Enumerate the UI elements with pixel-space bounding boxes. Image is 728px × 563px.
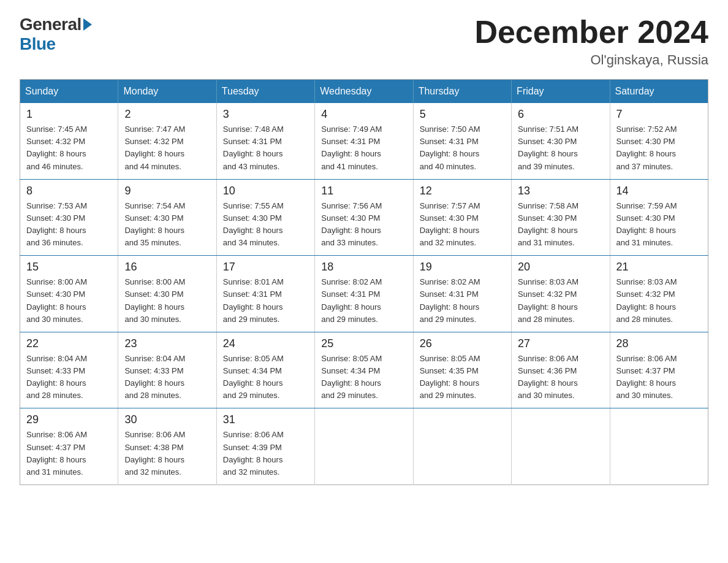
day-info: Sunrise: 8:03 AMSunset: 4:32 PMDaylight:… bbox=[518, 276, 603, 326]
weekday-header-row: Sunday Monday Tuesday Wednesday Thursday… bbox=[20, 80, 708, 104]
table-row: 1Sunrise: 7:45 AMSunset: 4:32 PMDaylight… bbox=[20, 103, 118, 179]
table-row: 9Sunrise: 7:54 AMSunset: 4:30 PMDaylight… bbox=[118, 179, 216, 256]
day-info: Sunrise: 8:06 AMSunset: 4:38 PMDaylight:… bbox=[124, 429, 210, 478]
table-row bbox=[315, 408, 413, 485]
header-wednesday: Wednesday bbox=[315, 80, 413, 104]
table-row: 17Sunrise: 8:01 AMSunset: 4:31 PMDayligh… bbox=[216, 256, 314, 332]
table-row: 13Sunrise: 7:58 AMSunset: 4:30 PMDayligh… bbox=[512, 179, 610, 256]
day-number: 14 bbox=[616, 185, 702, 197]
table-row: 27Sunrise: 8:06 AMSunset: 4:36 PMDayligh… bbox=[512, 332, 610, 408]
day-info: Sunrise: 7:47 AMSunset: 4:32 PMDaylight:… bbox=[124, 123, 210, 173]
day-number: 17 bbox=[223, 261, 308, 274]
calendar-week-row: 15Sunrise: 8:00 AMSunset: 4:30 PMDayligh… bbox=[20, 256, 708, 332]
table-row: 30Sunrise: 8:06 AMSunset: 4:38 PMDayligh… bbox=[118, 408, 216, 485]
day-info: Sunrise: 7:55 AMSunset: 4:30 PMDaylight:… bbox=[223, 200, 308, 250]
day-number: 22 bbox=[26, 337, 112, 350]
day-number: 9 bbox=[124, 185, 210, 197]
day-number: 28 bbox=[616, 337, 702, 350]
calendar-week-row: 29Sunrise: 8:06 AMSunset: 4:37 PMDayligh… bbox=[20, 408, 708, 485]
day-number: 29 bbox=[26, 413, 112, 426]
day-info: Sunrise: 7:51 AMSunset: 4:30 PMDaylight:… bbox=[518, 123, 603, 173]
day-info: Sunrise: 8:04 AMSunset: 4:33 PMDaylight:… bbox=[26, 353, 112, 402]
table-row: 15Sunrise: 8:00 AMSunset: 4:30 PMDayligh… bbox=[20, 256, 118, 332]
table-row: 22Sunrise: 8:04 AMSunset: 4:33 PMDayligh… bbox=[20, 332, 118, 408]
logo-blue-text: Blue bbox=[20, 34, 56, 54]
table-row: 19Sunrise: 8:02 AMSunset: 4:31 PMDayligh… bbox=[413, 256, 511, 332]
day-number: 15 bbox=[26, 261, 112, 274]
day-info: Sunrise: 8:06 AMSunset: 4:39 PMDaylight:… bbox=[223, 429, 308, 478]
table-row: 4Sunrise: 7:49 AMSunset: 4:31 PMDaylight… bbox=[315, 103, 413, 179]
calendar-week-row: 1Sunrise: 7:45 AMSunset: 4:32 PMDaylight… bbox=[20, 103, 708, 179]
day-number: 30 bbox=[124, 413, 210, 426]
table-row bbox=[512, 408, 610, 485]
day-number: 21 bbox=[616, 261, 702, 274]
month-year-title: December 2024 bbox=[474, 15, 708, 50]
day-info: Sunrise: 8:01 AMSunset: 4:31 PMDaylight:… bbox=[223, 276, 308, 326]
title-section: December 2024 Ol'ginskaya, Russia bbox=[474, 15, 708, 68]
page-header: General Blue December 2024 Ol'ginskaya, … bbox=[20, 15, 708, 68]
day-info: Sunrise: 7:53 AMSunset: 4:30 PMDaylight:… bbox=[26, 200, 112, 250]
day-number: 27 bbox=[518, 337, 603, 350]
day-info: Sunrise: 8:05 AMSunset: 4:35 PMDaylight:… bbox=[420, 353, 505, 402]
day-info: Sunrise: 7:50 AMSunset: 4:31 PMDaylight:… bbox=[420, 123, 505, 173]
table-row: 21Sunrise: 8:03 AMSunset: 4:32 PMDayligh… bbox=[610, 256, 708, 332]
day-info: Sunrise: 7:56 AMSunset: 4:30 PMDaylight:… bbox=[321, 200, 406, 250]
day-number: 31 bbox=[223, 413, 308, 426]
table-row: 5Sunrise: 7:50 AMSunset: 4:31 PMDaylight… bbox=[413, 103, 511, 179]
day-info: Sunrise: 7:48 AMSunset: 4:31 PMDaylight:… bbox=[223, 123, 308, 173]
logo-general: General bbox=[20, 15, 92, 34]
header-tuesday: Tuesday bbox=[216, 80, 314, 104]
table-row: 24Sunrise: 8:05 AMSunset: 4:34 PMDayligh… bbox=[216, 332, 314, 408]
table-row bbox=[413, 408, 511, 485]
table-row: 12Sunrise: 7:57 AMSunset: 4:30 PMDayligh… bbox=[413, 179, 511, 256]
logo-general-text: General bbox=[20, 15, 82, 34]
day-number: 7 bbox=[616, 108, 702, 121]
table-row: 18Sunrise: 8:02 AMSunset: 4:31 PMDayligh… bbox=[315, 256, 413, 332]
table-row: 10Sunrise: 7:55 AMSunset: 4:30 PMDayligh… bbox=[216, 179, 314, 256]
table-row bbox=[610, 408, 708, 485]
table-row: 2Sunrise: 7:47 AMSunset: 4:32 PMDaylight… bbox=[118, 103, 216, 179]
day-number: 3 bbox=[223, 108, 308, 121]
day-number: 4 bbox=[321, 108, 406, 121]
day-info: Sunrise: 7:45 AMSunset: 4:32 PMDaylight:… bbox=[26, 123, 112, 173]
table-row: 28Sunrise: 8:06 AMSunset: 4:37 PMDayligh… bbox=[610, 332, 708, 408]
day-number: 20 bbox=[518, 261, 603, 274]
location-subtitle: Ol'ginskaya, Russia bbox=[474, 52, 708, 68]
day-number: 10 bbox=[223, 185, 308, 197]
day-info: Sunrise: 7:58 AMSunset: 4:30 PMDaylight:… bbox=[518, 200, 603, 250]
day-info: Sunrise: 8:06 AMSunset: 4:36 PMDaylight:… bbox=[518, 353, 603, 402]
table-row: 11Sunrise: 7:56 AMSunset: 4:30 PMDayligh… bbox=[315, 179, 413, 256]
day-info: Sunrise: 8:06 AMSunset: 4:37 PMDaylight:… bbox=[26, 429, 112, 478]
day-number: 24 bbox=[223, 337, 308, 350]
day-info: Sunrise: 8:00 AMSunset: 4:30 PMDaylight:… bbox=[26, 276, 112, 326]
header-saturday: Saturday bbox=[610, 80, 708, 104]
table-row: 8Sunrise: 7:53 AMSunset: 4:30 PMDaylight… bbox=[20, 179, 118, 256]
day-number: 2 bbox=[124, 108, 210, 121]
table-row: 31Sunrise: 8:06 AMSunset: 4:39 PMDayligh… bbox=[216, 408, 314, 485]
day-number: 5 bbox=[420, 108, 505, 121]
table-row: 23Sunrise: 8:04 AMSunset: 4:33 PMDayligh… bbox=[118, 332, 216, 408]
day-info: Sunrise: 8:02 AMSunset: 4:31 PMDaylight:… bbox=[321, 276, 406, 326]
day-info: Sunrise: 7:57 AMSunset: 4:30 PMDaylight:… bbox=[420, 200, 505, 250]
day-number: 16 bbox=[124, 261, 210, 274]
day-info: Sunrise: 7:52 AMSunset: 4:30 PMDaylight:… bbox=[616, 123, 702, 173]
table-row: 26Sunrise: 8:05 AMSunset: 4:35 PMDayligh… bbox=[413, 332, 511, 408]
day-number: 18 bbox=[321, 261, 406, 274]
table-row: 29Sunrise: 8:06 AMSunset: 4:37 PMDayligh… bbox=[20, 408, 118, 485]
header-thursday: Thursday bbox=[413, 80, 511, 104]
calendar-table: Sunday Monday Tuesday Wednesday Thursday… bbox=[20, 79, 708, 485]
table-row: 16Sunrise: 8:00 AMSunset: 4:30 PMDayligh… bbox=[118, 256, 216, 332]
day-number: 19 bbox=[420, 261, 505, 274]
table-row: 6Sunrise: 7:51 AMSunset: 4:30 PMDaylight… bbox=[512, 103, 610, 179]
day-info: Sunrise: 7:49 AMSunset: 4:31 PMDaylight:… bbox=[321, 123, 406, 173]
header-sunday: Sunday bbox=[20, 80, 118, 104]
day-info: Sunrise: 8:06 AMSunset: 4:37 PMDaylight:… bbox=[616, 353, 702, 402]
day-info: Sunrise: 8:00 AMSunset: 4:30 PMDaylight:… bbox=[124, 276, 210, 326]
calendar-week-row: 8Sunrise: 7:53 AMSunset: 4:30 PMDaylight… bbox=[20, 179, 708, 256]
day-info: Sunrise: 8:02 AMSunset: 4:31 PMDaylight:… bbox=[420, 276, 505, 326]
day-info: Sunrise: 7:54 AMSunset: 4:30 PMDaylight:… bbox=[124, 200, 210, 250]
calendar-week-row: 22Sunrise: 8:04 AMSunset: 4:33 PMDayligh… bbox=[20, 332, 708, 408]
day-number: 13 bbox=[518, 185, 603, 197]
day-info: Sunrise: 8:05 AMSunset: 4:34 PMDaylight:… bbox=[321, 353, 406, 402]
day-info: Sunrise: 8:03 AMSunset: 4:32 PMDaylight:… bbox=[616, 276, 702, 326]
